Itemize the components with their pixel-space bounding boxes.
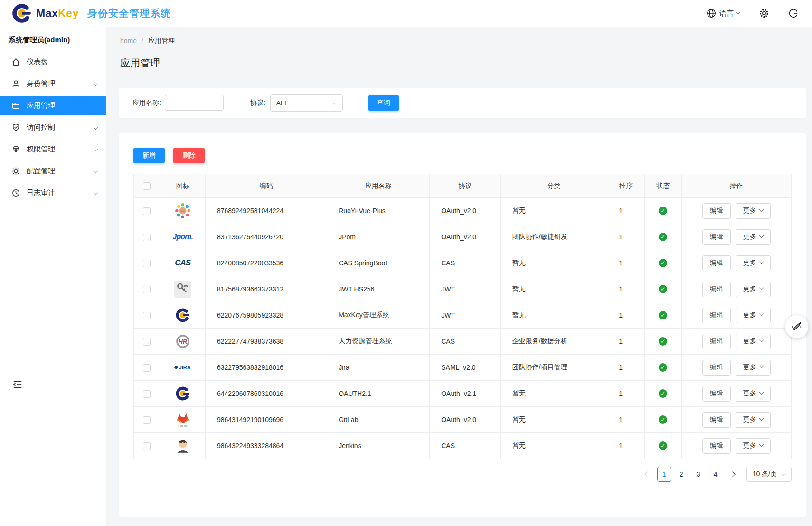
app-code: 824008507220033536 bbox=[205, 250, 327, 276]
row-checkbox[interactable] bbox=[143, 338, 151, 346]
more-button[interactable]: 更多 bbox=[736, 360, 771, 376]
identity-icon bbox=[11, 79, 20, 88]
magic-wand-button[interactable] bbox=[785, 315, 808, 338]
edit-button[interactable]: 编辑 bbox=[702, 229, 731, 245]
settings-gear-icon[interactable] bbox=[759, 8, 769, 19]
svg-text:GitLab: GitLab bbox=[178, 424, 188, 428]
select-all-checkbox[interactable] bbox=[143, 182, 151, 190]
more-button[interactable]: 更多 bbox=[736, 255, 771, 271]
page-size-select[interactable]: 10 条/页 bbox=[746, 467, 792, 482]
language-menu[interactable]: 语言 bbox=[706, 8, 740, 19]
sidebar-item-3[interactable]: 访问控制 bbox=[0, 118, 106, 137]
table-row: 622076759805923328MaxKey管理系统JWT暂无1✓编辑更多 bbox=[134, 302, 792, 329]
sidebar-user-title: 系统管理员(admin) bbox=[0, 27, 106, 49]
breadcrumb: home / 应用管理 bbox=[119, 37, 806, 45]
pagination-page-3[interactable]: 3 bbox=[691, 467, 706, 482]
sidebar-item-0[interactable]: 仪表盘 bbox=[0, 52, 106, 71]
sidebar-item-label: 权限管理 bbox=[27, 145, 55, 154]
app-sort: 1 bbox=[607, 355, 645, 381]
pagination-page-2[interactable]: 2 bbox=[674, 467, 689, 482]
app-protocol: OAuth_v2.0 bbox=[430, 198, 501, 224]
edit-button[interactable]: 编辑 bbox=[702, 203, 731, 219]
edit-button[interactable]: 编辑 bbox=[702, 255, 731, 271]
sidebar-item-label: 应用管理 bbox=[27, 101, 55, 110]
app-name: MaxKey管理系统 bbox=[327, 302, 430, 329]
row-checkbox[interactable] bbox=[143, 390, 151, 398]
more-button[interactable]: 更多 bbox=[736, 438, 771, 454]
add-button[interactable]: 新增 bbox=[133, 148, 165, 163]
sidebar-item-2[interactable]: 应用管理 bbox=[0, 96, 106, 115]
table-row: GitLab986431492190109696GitLabOAuth_v2.0… bbox=[134, 407, 792, 433]
pagination-pages: 1234 bbox=[657, 467, 723, 482]
brand-subtitle: 身份安全管理系统 bbox=[87, 7, 171, 20]
delete-button[interactable]: 删除 bbox=[173, 148, 205, 163]
applications-table: 图标编码应用名称协议分类排序状态操作 876892492581044224Ruo… bbox=[133, 174, 792, 459]
page-size-value: 10 条/页 bbox=[753, 470, 777, 479]
pagination: 1234 10 条/页 bbox=[133, 467, 792, 482]
dashboard-icon bbox=[11, 57, 20, 66]
protocol-select[interactable]: ALL bbox=[270, 94, 343, 112]
status-enabled-icon: ✓ bbox=[659, 207, 667, 215]
app-protocol: SAML_v2.0 bbox=[430, 355, 501, 381]
more-button[interactable]: 更多 bbox=[736, 308, 771, 323]
row-checkbox[interactable] bbox=[143, 442, 151, 450]
edit-button[interactable]: 编辑 bbox=[702, 386, 731, 402]
maxkey-app-icon bbox=[173, 384, 192, 403]
app-name-input[interactable] bbox=[165, 95, 224, 111]
row-checkbox[interactable] bbox=[143, 207, 151, 215]
pagination-prev-icon[interactable] bbox=[640, 467, 654, 482]
status-enabled-icon: ✓ bbox=[659, 233, 667, 241]
sidebar-item-6[interactable]: 日志审计 bbox=[0, 183, 106, 202]
edit-button[interactable]: 编辑 bbox=[702, 334, 731, 349]
edit-button[interactable]: 编辑 bbox=[702, 308, 731, 323]
app-name: OAUTH2.1 bbox=[327, 381, 430, 407]
logout-icon[interactable] bbox=[788, 8, 799, 19]
edit-button[interactable]: 编辑 bbox=[702, 360, 731, 376]
row-checkbox[interactable] bbox=[143, 364, 151, 372]
maxkey-admin-app: MaxKey 身份安全管理系统 语言 系统管理员(admin) 仪表盘身份管理应… bbox=[0, 0, 812, 526]
row-checkbox[interactable] bbox=[143, 286, 151, 293]
table-row: 876892492581044224RuoYi-Vue-PlusOAuth_v2… bbox=[134, 198, 792, 224]
app-code: 837136275440926720 bbox=[205, 224, 327, 250]
column-header: 分类 bbox=[500, 174, 607, 198]
search-button[interactable]: 查询 bbox=[368, 95, 399, 111]
breadcrumb-home-link[interactable]: home bbox=[120, 37, 137, 45]
edit-button[interactable]: 编辑 bbox=[702, 438, 731, 454]
app-category: 暂无 bbox=[500, 276, 607, 302]
svg-text:JWT: JWT bbox=[183, 284, 190, 288]
row-checkbox[interactable] bbox=[143, 260, 151, 267]
app-name: GitLab bbox=[327, 407, 430, 433]
more-button[interactable]: 更多 bbox=[736, 334, 771, 349]
app-name: JPom bbox=[327, 224, 430, 250]
chevron-down-icon bbox=[94, 125, 98, 130]
chevron-down-icon bbox=[759, 364, 764, 368]
maxkey-logo-icon bbox=[11, 3, 32, 24]
pagination-next-icon[interactable] bbox=[726, 467, 740, 482]
hr-app-icon: HR bbox=[173, 332, 192, 351]
table-body: 876892492581044224RuoYi-Vue-PlusOAuth_v2… bbox=[134, 198, 792, 459]
pagination-page-4[interactable]: 4 bbox=[708, 467, 723, 482]
jpom-app-icon: Jpom. bbox=[173, 227, 192, 246]
apps-icon bbox=[11, 101, 20, 110]
more-button[interactable]: 更多 bbox=[736, 386, 771, 402]
app-code: 622227747938373638 bbox=[205, 329, 327, 355]
app-code: 986432249333284864 bbox=[205, 433, 327, 459]
more-button[interactable]: 更多 bbox=[736, 412, 771, 428]
sidebar-item-1[interactable]: 身份管理 bbox=[0, 74, 106, 93]
more-button[interactable]: 更多 bbox=[736, 282, 771, 297]
pagination-page-1[interactable]: 1 bbox=[657, 467, 671, 482]
row-checkbox[interactable] bbox=[143, 234, 151, 241]
edit-button[interactable]: 编辑 bbox=[702, 412, 731, 428]
row-checkbox[interactable] bbox=[143, 416, 151, 424]
sidebar-item-label: 身份管理 bbox=[27, 79, 55, 88]
more-button[interactable]: 更多 bbox=[736, 229, 771, 245]
sidebar-item-4[interactable]: 权限管理 bbox=[0, 140, 106, 159]
edit-button[interactable]: 编辑 bbox=[702, 282, 731, 297]
more-button[interactable]: 更多 bbox=[736, 203, 771, 219]
sidebar-item-5[interactable]: 配置管理 bbox=[0, 161, 106, 180]
row-checkbox[interactable] bbox=[143, 312, 151, 319]
table-header-row: 图标编码应用名称协议分类排序状态操作 bbox=[134, 174, 792, 198]
sidebar-collapse-icon[interactable] bbox=[12, 379, 23, 390]
globe-icon bbox=[706, 8, 717, 19]
app-sort: 1 bbox=[607, 433, 645, 459]
